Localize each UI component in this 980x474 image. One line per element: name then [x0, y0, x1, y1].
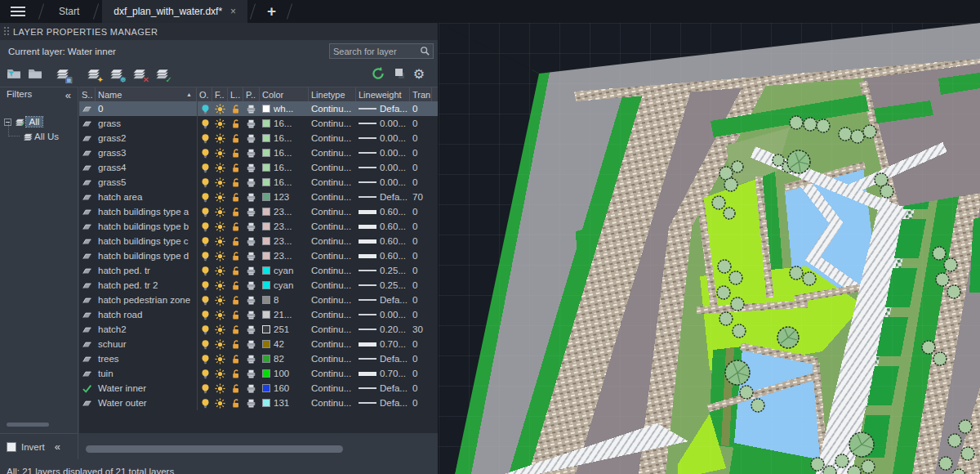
layer-transparency[interactable]: 0 — [410, 307, 432, 322]
layer-on-bulb-icon[interactable] — [200, 339, 211, 350]
layer-lineweight-label[interactable]: 0.25... — [380, 266, 406, 275]
layer-linetype[interactable]: Continu... — [309, 116, 356, 131]
layer-transparency[interactable]: 0 — [410, 381, 432, 396]
layer-freeze-sun-icon[interactable] — [215, 177, 225, 188]
layer-row[interactable]: trees 82 Continu... Defa... 0 — [79, 351, 439, 366]
layer-lineweight-label[interactable]: 0.60... — [380, 251, 406, 261]
layer-color-swatch[interactable] — [262, 105, 270, 113]
layer-plot-printer-icon[interactable] — [246, 266, 256, 276]
layer-freeze-sun-icon[interactable] — [215, 251, 225, 262]
layer-freeze-sun-icon[interactable] — [215, 192, 225, 203]
layer-transparency[interactable]: 30 — [410, 322, 432, 337]
layer-color-swatch[interactable] — [262, 369, 270, 378]
layer-plot-printer-icon[interactable] — [246, 280, 256, 291]
layer-freeze-sun-icon[interactable] — [215, 310, 225, 320]
layer-on-bulb-icon[interactable] — [200, 398, 211, 409]
layer-lineweight-label[interactable]: Defa... — [380, 192, 408, 202]
layer-color-swatch[interactable] — [262, 208, 270, 216]
layer-unlock-icon[interactable] — [230, 104, 241, 114]
layer-freeze-sun-icon[interactable] — [215, 221, 225, 232]
layer-color-swatch[interactable] — [262, 252, 270, 260]
filter-tree-item-all-used[interactable]: All Us — [0, 129, 78, 144]
hamburger-menu-icon[interactable] — [0, 0, 36, 23]
layer-transparency[interactable]: 0 — [410, 116, 432, 131]
layer-on-bulb-icon[interactable] — [200, 177, 211, 188]
layer-row[interactable]: hatch road 21... Continu... 0.00... 0 — [79, 307, 439, 322]
layer-plot-printer-icon[interactable] — [246, 207, 256, 217]
layer-linetype[interactable]: Continu... — [309, 278, 356, 293]
layer-unlock-icon[interactable] — [230, 177, 241, 188]
layer-row[interactable]: hatch pedestrian zone 8 Continu... Defa.… — [79, 293, 439, 307]
column-header-linetype[interactable]: Linetype — [309, 87, 356, 101]
layer-unlock-icon[interactable] — [230, 251, 241, 262]
layer-linetype[interactable]: Continu... — [309, 293, 356, 307]
layer-linetype[interactable]: Continu... — [309, 234, 356, 248]
layer-row[interactable]: hatch buildings type a 23... Continu... … — [79, 204, 439, 219]
layer-linetype[interactable]: Continu... — [309, 160, 356, 175]
layer-row[interactable]: hatch buildings type b 23... Continu... … — [79, 219, 439, 234]
panel-title-bar[interactable]: LAYER PROPERTIES MANAGER — [0, 23, 438, 40]
layer-row[interactable]: Water inner 160 Continu... Defa... 0 — [79, 381, 439, 396]
layer-freeze-sun-icon[interactable] — [215, 236, 225, 247]
layer-on-bulb-icon[interactable] — [200, 324, 211, 335]
layer-plot-printer-icon[interactable] — [246, 383, 256, 394]
layer-color-swatch[interactable] — [262, 178, 270, 186]
layer-lineweight-label[interactable]: 0.60... — [380, 207, 406, 217]
layer-lineweight-label[interactable]: 0.60... — [380, 236, 406, 246]
layer-freeze-sun-icon[interactable] — [215, 398, 225, 409]
layer-color-swatch[interactable] — [262, 311, 270, 319]
layer-on-bulb-icon[interactable] — [200, 118, 211, 129]
layer-transparency[interactable]: 0 — [410, 366, 432, 381]
layer-unlock-icon[interactable] — [230, 118, 241, 129]
layer-row[interactable]: grass3 16... Continu... 0.00... 0 — [79, 145, 439, 160]
layer-lineweight-label[interactable]: 0.70... — [380, 369, 406, 378]
new-layer-vp-frozen-button[interactable]: ❅ — [108, 65, 126, 83]
layer-freeze-sun-icon[interactable] — [215, 383, 225, 394]
new-property-filter-button[interactable] — [5, 65, 23, 83]
layer-states-manager-button[interactable]: ▣ — [54, 65, 72, 83]
column-header-plot[interactable]: P.. — [243, 87, 260, 101]
layer-plot-printer-icon[interactable] — [246, 118, 256, 129]
column-header-lock[interactable]: L.. — [228, 87, 243, 101]
layer-plot-printer-icon[interactable] — [246, 339, 256, 350]
layer-lineweight-label[interactable]: 0.00... — [380, 163, 406, 172]
layer-plot-printer-icon[interactable] — [246, 163, 256, 173]
layer-on-bulb-icon[interactable] — [200, 266, 211, 276]
layer-unlock-icon[interactable] — [230, 369, 241, 379]
layer-on-bulb-icon[interactable] — [200, 383, 211, 394]
layer-plot-printer-icon[interactable] — [246, 236, 256, 247]
layer-lineweight-label[interactable]: 0.70... — [380, 339, 406, 349]
layer-linetype[interactable]: Continu... — [309, 351, 356, 366]
layer-row[interactable]: grass 16... Continu... 0.00... 0 — [79, 116, 439, 131]
layer-color-swatch[interactable] — [262, 355, 270, 363]
layer-transparency[interactable]: 0 — [410, 278, 432, 293]
layer-on-bulb-icon[interactable] — [200, 133, 211, 144]
layer-row[interactable]: hatch ped. tr 2 cyan Continu... 0.25... … — [79, 278, 439, 293]
layer-transparency[interactable]: 0 — [410, 396, 432, 410]
layer-plot-printer-icon[interactable] — [246, 398, 256, 409]
layer-transparency[interactable]: 0 — [410, 337, 432, 351]
layer-freeze-sun-icon[interactable] — [215, 133, 225, 144]
layer-plot-printer-icon[interactable] — [246, 148, 256, 159]
layer-color-swatch[interactable] — [262, 399, 270, 407]
drawing-canvas[interactable] — [439, 23, 980, 474]
layer-unlock-icon[interactable] — [230, 148, 241, 159]
layer-on-bulb-icon[interactable] — [200, 221, 211, 232]
layer-transparency[interactable]: 0 — [410, 175, 432, 190]
layer-color-swatch[interactable] — [262, 325, 270, 333]
layer-row[interactable]: grass4 16... Continu... 0.00... 0 — [79, 160, 439, 175]
layer-row[interactable]: tuin 100 Continu... 0.70... 0 — [79, 366, 439, 381]
layer-lineweight-label[interactable]: 0.00... — [380, 148, 406, 158]
layer-transparency[interactable]: 70 — [410, 190, 432, 204]
layer-plot-printer-icon[interactable] — [246, 104, 256, 114]
layer-unlock-icon[interactable] — [230, 339, 241, 350]
layer-unlock-icon[interactable] — [230, 133, 241, 144]
layer-transparency[interactable]: 0 — [410, 131, 432, 145]
layer-freeze-sun-icon[interactable] — [215, 339, 225, 350]
layer-lineweight-label[interactable]: 0.00... — [380, 118, 406, 128]
layer-transparency[interactable]: 0 — [410, 160, 432, 175]
layer-on-bulb-icon[interactable] — [200, 251, 211, 262]
layer-on-bulb-icon[interactable] — [200, 295, 211, 306]
layer-unlock-icon[interactable] — [230, 310, 241, 320]
layer-linetype[interactable]: Continu... — [309, 175, 356, 190]
